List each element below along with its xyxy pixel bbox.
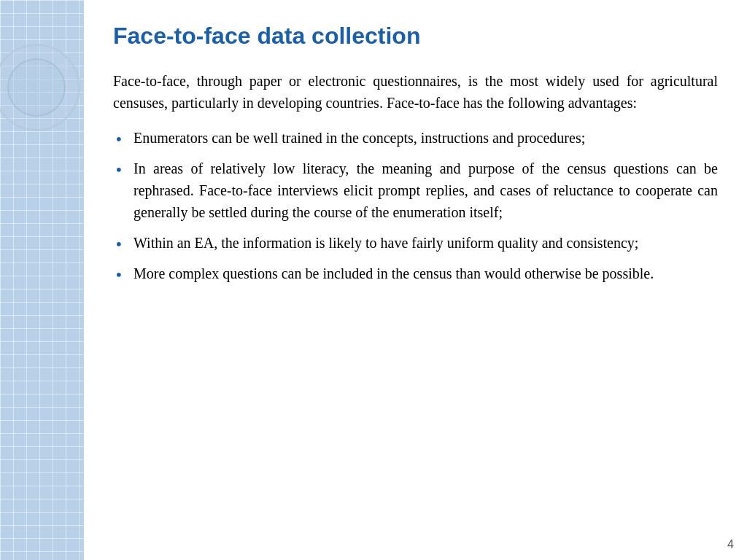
sidebar-decoration (0, 44, 84, 139)
main-content: Face-to-face data collection Face-to-fac… (84, 0, 747, 560)
intro-paragraph: Face-to-face, through paper or electroni… (113, 70, 718, 114)
slide-title: Face-to-face data collection (113, 22, 718, 50)
bullet-list: Enumerators can be well trained in the c… (113, 127, 718, 284)
list-item: In areas of relatively low literacy, the… (113, 158, 718, 223)
list-item: Enumerators can be well trained in the c… (113, 127, 718, 149)
list-item: Within an EA, the information is likely … (113, 232, 718, 254)
sidebar (0, 0, 84, 560)
circle-inner (7, 58, 66, 117)
list-item: More complex questions can be included i… (113, 262, 718, 284)
page-number: 4 (727, 538, 734, 551)
